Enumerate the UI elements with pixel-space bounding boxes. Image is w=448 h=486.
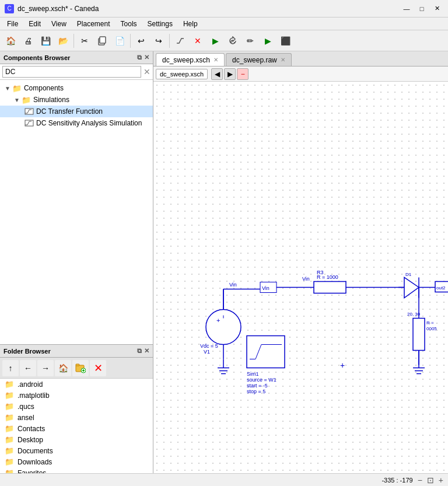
- folder-icon-ansel: 📁: [5, 413, 14, 422]
- maximize-button[interactable]: □: [415, 2, 428, 15]
- folder-home-button[interactable]: 🏠: [55, 360, 71, 376]
- components-browser-header: Components Browser ⧉ ✕: [0, 51, 153, 64]
- list-item[interactable]: 📁 Favorites: [0, 467, 153, 473]
- toolbar-print[interactable]: 🖨: [20, 33, 36, 49]
- toolbar-stop[interactable]: ⬛: [277, 33, 293, 49]
- svg-rect-46: [413, 319, 425, 351]
- search-clear-button[interactable]: ✕: [144, 67, 150, 76]
- folder-forward-button[interactable]: →: [37, 360, 54, 376]
- window-title: dc_sweep.xsch* - Caneda: [18, 5, 99, 13]
- menu-tools[interactable]: Tools: [116, 19, 142, 29]
- toolbar-copy[interactable]: [94, 33, 110, 49]
- svg-text:+: +: [340, 361, 345, 370]
- toolbar-paste[interactable]: 📄: [111, 33, 128, 49]
- toolbar-redo[interactable]: ↪: [150, 33, 167, 49]
- expand-simulations-arrow: ▼: [14, 97, 20, 103]
- folder-add-button[interactable]: [72, 360, 89, 376]
- close-button[interactable]: ✕: [430, 2, 443, 15]
- list-item[interactable]: 📁 .matplotlib: [0, 390, 153, 401]
- menu-settings[interactable]: Settings: [143, 19, 177, 29]
- svg-rect-54: [247, 336, 285, 368]
- svg-text:out2: out2: [436, 285, 446, 291]
- dc-sensitivity-icon: [24, 118, 34, 128]
- list-item[interactable]: 📁 ansel: [0, 412, 153, 423]
- tab-dc-sweep-xsch[interactable]: dc_sweep.xsch ✕: [156, 53, 225, 66]
- folder-icon-qucs: 📁: [5, 402, 14, 411]
- close-panel-button[interactable]: ✕: [144, 54, 149, 61]
- search-input[interactable]: [2, 66, 141, 78]
- schematic-minus-button[interactable]: −: [237, 68, 249, 80]
- svg-text:D1: D1: [405, 272, 412, 277]
- svg-text:Sim1: Sim1: [247, 371, 259, 377]
- close-folder-button[interactable]: ✕: [144, 347, 149, 355]
- menu-placement[interactable]: Placement: [72, 19, 115, 29]
- tab-close-xsch[interactable]: ✕: [214, 57, 218, 63]
- zoom-in-button[interactable]: +: [439, 475, 443, 485]
- tab-dc-sweep-raw[interactable]: dc_sweep.raw ✕: [226, 53, 292, 66]
- zoom-out-button[interactable]: −: [418, 475, 422, 485]
- schematic-toolbar: dc_sweep.xsch ◀ ▶ −: [153, 67, 448, 82]
- svg-text:0005: 0005: [426, 326, 437, 331]
- list-item[interactable]: 📁 .android: [0, 379, 153, 390]
- toolbar-undo[interactable]: ↩: [133, 33, 149, 49]
- toolbar-new[interactable]: 🏠: [2, 33, 19, 49]
- folder-up-button[interactable]: ↑: [2, 360, 19, 376]
- toolbar-delete[interactable]: ✕: [190, 33, 206, 49]
- simulations-folder-icon: 📁: [22, 95, 31, 104]
- folder-icon-documents: 📁: [5, 446, 14, 455]
- folder-browser: Folder Browser ⧉ ✕ ↑ ← → 🏠: [0, 345, 153, 473]
- svg-text:R =: R =: [426, 320, 434, 326]
- toolbar-draw[interactable]: ✏: [242, 33, 258, 49]
- panel-header-controls: ⧉ ✕: [137, 54, 149, 61]
- separator-1: [74, 34, 74, 48]
- menu-file[interactable]: File: [2, 19, 23, 29]
- tree-item-components[interactable]: ▼ 📁 Components: [0, 82, 153, 94]
- schematic-nav-right[interactable]: ▶: [224, 68, 236, 80]
- folder-icon-contacts: 📁: [5, 424, 14, 433]
- menu-view[interactable]: View: [47, 19, 71, 29]
- main-toolbar: 🏠 🖨 💾 📂 ✂ 📄 ↩ ↪ ✕ ▶ ✏ ▶ ⬛: [0, 30, 448, 51]
- menu-help[interactable]: Help: [178, 19, 202, 29]
- left-panel: Components Browser ⧉ ✕ ✕ ▼ 📁 Components: [0, 51, 153, 473]
- svg-text:R3: R3: [317, 270, 324, 275]
- undock-folder-button[interactable]: ⧉: [137, 347, 142, 355]
- list-item[interactable]: 📁 Documents: [0, 445, 153, 456]
- toolbar-refresh[interactable]: [225, 33, 241, 49]
- menu-edit[interactable]: Edit: [24, 19, 46, 29]
- tree-item-dc-transfer[interactable]: DC Transfer Function: [0, 106, 153, 117]
- main-layout: Components Browser ⧉ ✕ ✕ ▼ 📁 Components: [0, 51, 448, 473]
- toolbar-wire[interactable]: [172, 33, 188, 49]
- folder-back-button[interactable]: ←: [20, 360, 36, 376]
- tree-item-dc-sensitivity[interactable]: DC Sensitivity Analysis Simulation: [0, 117, 153, 129]
- toolbar-save[interactable]: 💾: [37, 33, 54, 49]
- toolbar-simulate[interactable]: ▶: [207, 33, 223, 49]
- schematic-nav-left[interactable]: ◀: [211, 68, 223, 80]
- list-item[interactable]: 📁 .qucs: [0, 401, 153, 412]
- svg-rect-32: [314, 282, 346, 293]
- svg-text:20, 30: 20, 30: [407, 312, 421, 317]
- toolbar-cut[interactable]: ✂: [76, 33, 93, 49]
- tab-close-raw[interactable]: ✕: [281, 57, 285, 63]
- folder-icon-desktop: 📁: [5, 435, 14, 444]
- minimize-button[interactable]: —: [400, 2, 413, 15]
- tree-item-simulations[interactable]: ▼ 📁 Simulations: [0, 94, 153, 106]
- list-item[interactable]: 📁 Desktop: [0, 434, 153, 445]
- toolbar-open[interactable]: 📂: [55, 33, 71, 49]
- menu-bar: File Edit View Placement Tools Settings …: [0, 18, 448, 30]
- list-item[interactable]: 📁 Contacts: [0, 423, 153, 434]
- toolbar-play[interactable]: ▶: [260, 33, 276, 49]
- separator-3: [169, 34, 170, 48]
- simulations-label: Simulations: [33, 96, 69, 104]
- title-bar-left: C dc_sweep.xsch* - Caneda: [5, 4, 99, 13]
- title-controls: — □ ✕: [400, 2, 443, 15]
- folder-name-desktop: Desktop: [18, 436, 43, 444]
- components-browser: Components Browser ⧉ ✕ ✕ ▼ 📁 Components: [0, 51, 153, 345]
- undock-button[interactable]: ⧉: [137, 54, 142, 61]
- folder-delete-button[interactable]: ✕: [90, 360, 106, 376]
- tab-label-xsch: dc_sweep.xsch: [162, 56, 210, 64]
- zoom-fit-button[interactable]: ⊡: [427, 475, 434, 485]
- title-bar: C dc_sweep.xsch* - Caneda — □ ✕: [0, 0, 448, 18]
- schematic-canvas[interactable]: + Vin Vin Vdc = 5 V1: [153, 82, 448, 473]
- tree-view: ▼ 📁 Components ▼ 📁 Simulations: [0, 80, 153, 344]
- list-item[interactable]: 📁 Downloads: [0, 456, 153, 467]
